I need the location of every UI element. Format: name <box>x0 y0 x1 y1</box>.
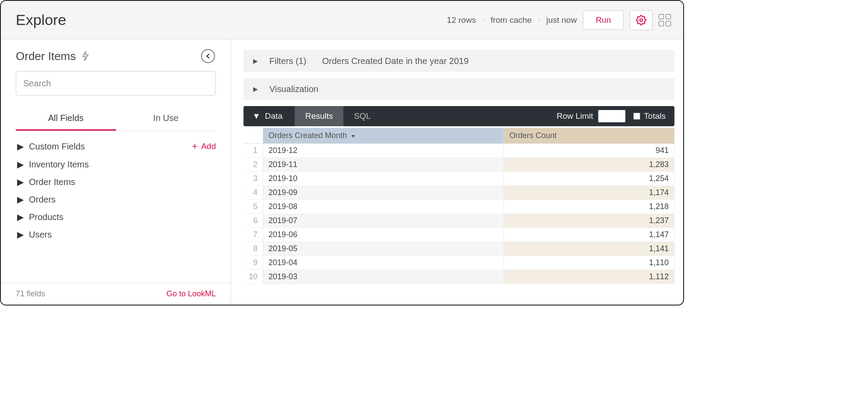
status-source: from cache <box>490 15 532 25</box>
field-picker-panel: Order Items All Fields In Use <box>1 39 231 305</box>
row-number: 4 <box>243 186 263 200</box>
cell-dimension[interactable]: 2019-09 <box>263 186 504 200</box>
column-header-label: Orders Count <box>509 131 557 140</box>
data-section-toggle[interactable]: ▼ Data <box>252 111 295 121</box>
table-row[interactable]: 62019-071,237 <box>243 214 674 228</box>
cell-measure[interactable]: 1,237 <box>504 214 674 228</box>
column-header-dimension[interactable]: Orders Created Month ▾ <box>263 128 504 144</box>
field-group-users[interactable]: ▶ Users <box>16 226 216 243</box>
status-separator: · <box>538 15 540 25</box>
row-limit-input[interactable] <box>598 110 625 122</box>
row-number: 8 <box>243 242 263 256</box>
field-group-orders[interactable]: ▶ Orders <box>16 191 216 208</box>
cell-dimension[interactable]: 2019-12 <box>263 144 504 158</box>
table-row[interactable]: 32019-101,254 <box>243 172 674 186</box>
cell-dimension[interactable]: 2019-03 <box>263 270 504 284</box>
cell-dimension[interactable]: 2019-06 <box>263 228 504 242</box>
row-number: 3 <box>243 172 263 186</box>
cell-dimension[interactable]: 2019-04 <box>263 256 504 270</box>
row-number: 10 <box>243 270 263 284</box>
body-split: Order Items All Fields In Use <box>1 39 683 305</box>
data-toolbar: ▼ Data Results SQL Row Limit Totals <box>243 106 674 126</box>
table-row[interactable]: 42019-091,174 <box>243 186 674 200</box>
explore-window: Explore 12 rows · from cache · just now … <box>0 0 684 306</box>
field-list: ▶ Custom Fields + Add ▶ Inventory Items … <box>1 131 231 283</box>
table-row[interactable]: 12019-12941 <box>243 144 674 158</box>
row-number: 5 <box>243 200 263 214</box>
dashboard-grid-button[interactable] <box>659 14 671 26</box>
filters-summary: Orders Created Date in the year 2019 <box>322 56 469 66</box>
chevron-left-icon <box>205 53 211 59</box>
cell-dimension[interactable]: 2019-11 <box>263 158 504 172</box>
cell-dimension[interactable]: 2019-05 <box>263 242 504 256</box>
column-header-measure[interactable]: Orders Count <box>504 128 674 144</box>
field-group-label: Users <box>29 230 52 240</box>
caret-right-icon: ▶ <box>253 85 258 92</box>
add-custom-field-button[interactable]: + Add <box>192 141 216 152</box>
totals-wrap: Totals <box>633 111 666 121</box>
cell-measure[interactable]: 941 <box>504 144 674 158</box>
field-group-label: Order Items <box>29 177 75 187</box>
sort-desc-icon: ▾ <box>352 132 355 139</box>
caret-right-icon: ▶ <box>253 57 258 64</box>
field-group-inventory-items[interactable]: ▶ Inventory Items <box>16 156 216 173</box>
field-tabs: All Fields In Use <box>16 108 216 131</box>
row-limit-label: Row Limit <box>557 111 593 121</box>
filters-section-header[interactable]: ▶ Filters (1) Orders Created Date in the… <box>243 50 674 72</box>
row-number: 1 <box>243 144 263 158</box>
query-status: 12 rows · from cache · just now <box>447 15 577 25</box>
data-label: Data <box>265 111 282 121</box>
rownum-header <box>243 128 263 144</box>
field-group-custom-fields[interactable]: ▶ Custom Fields + Add <box>16 137 216 156</box>
grid-square-icon <box>666 21 671 26</box>
go-to-lookml-link[interactable]: Go to LookML <box>166 289 216 298</box>
row-number: 2 <box>243 158 263 172</box>
data-table: Orders Created Month ▾ Orders Count 1201… <box>243 128 674 284</box>
cell-dimension[interactable]: 2019-10 <box>263 172 504 186</box>
field-group-products[interactable]: ▶ Products <box>16 208 216 226</box>
tab-results[interactable]: Results <box>295 106 343 126</box>
table-row[interactable]: 22019-111,283 <box>243 158 674 172</box>
search-input[interactable] <box>16 71 216 96</box>
cell-measure[interactable]: 1,254 <box>504 172 674 186</box>
field-group-label: Products <box>29 212 64 222</box>
row-number: 9 <box>243 256 263 270</box>
table-row[interactable]: 92019-041,110 <box>243 256 674 270</box>
tab-in-use[interactable]: In Use <box>116 108 216 131</box>
cell-measure[interactable]: 1,283 <box>504 158 674 172</box>
cell-measure[interactable]: 1,218 <box>504 200 674 214</box>
grid-square-icon <box>666 14 671 19</box>
caret-right-icon: ▶ <box>16 194 25 205</box>
table-row[interactable]: 72019-061,147 <box>243 228 674 242</box>
filters-label: Filters (1) <box>269 56 306 66</box>
cell-measure[interactable]: 1,174 <box>504 186 674 200</box>
table-row[interactable]: 52019-081,218 <box>243 200 674 214</box>
svg-point-0 <box>640 19 642 21</box>
table-row[interactable]: 102019-031,112 <box>243 270 674 284</box>
cell-measure[interactable]: 1,110 <box>504 256 674 270</box>
field-picker-footer: 71 fields Go to LookML <box>1 283 231 305</box>
settings-button[interactable] <box>630 10 653 30</box>
collapse-panel-button[interactable] <box>201 49 215 63</box>
tab-all-fields[interactable]: All Fields <box>16 108 116 131</box>
column-header-label: Orders Created Month <box>268 131 347 140</box>
field-picker-header: Order Items <box>1 39 231 68</box>
cell-measure[interactable]: 1,112 <box>504 270 674 284</box>
data-table-wrap[interactable]: Orders Created Month ▾ Orders Count 1201… <box>243 128 674 305</box>
field-group-label: Orders <box>29 195 56 205</box>
visualization-section-header[interactable]: ▶ Visualization <box>243 78 674 100</box>
run-button[interactable]: Run <box>583 11 624 30</box>
tab-sql[interactable]: SQL <box>343 106 381 126</box>
cell-dimension[interactable]: 2019-08 <box>263 200 504 214</box>
cell-measure[interactable]: 1,147 <box>504 228 674 242</box>
status-separator: · <box>482 15 484 25</box>
caret-right-icon: ▶ <box>16 212 25 222</box>
field-group-order-items[interactable]: ▶ Order Items <box>16 173 216 191</box>
table-row[interactable]: 82019-051,141 <box>243 242 674 256</box>
totals-checkbox[interactable] <box>633 113 640 120</box>
row-number: 6 <box>243 214 263 228</box>
plus-icon: + <box>192 141 198 152</box>
status-rows: 12 rows <box>447 15 476 25</box>
cell-dimension[interactable]: 2019-07 <box>263 214 504 228</box>
cell-measure[interactable]: 1,141 <box>504 242 674 256</box>
